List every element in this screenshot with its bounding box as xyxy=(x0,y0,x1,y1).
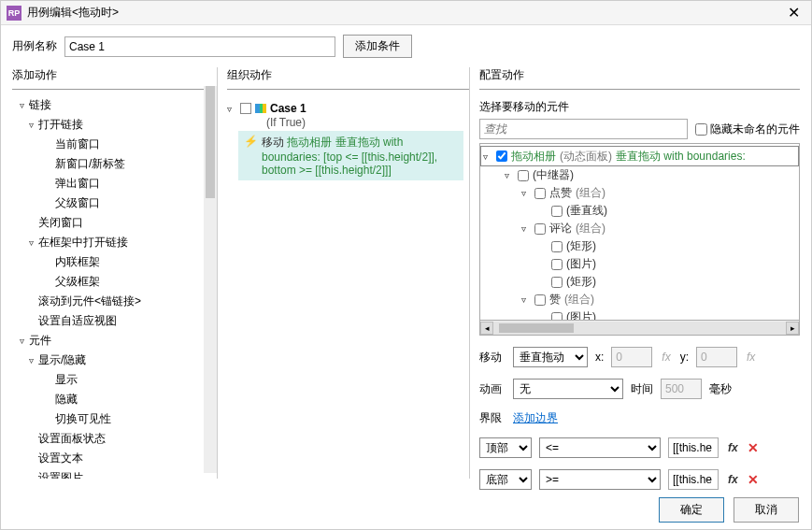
add-condition-button[interactable]: 添加条件 xyxy=(343,35,412,58)
tree-node[interactable]: 设置自适应视图 xyxy=(12,311,211,331)
scroll-right-icon[interactable]: ▸ xyxy=(786,322,799,335)
element-checkbox[interactable] xyxy=(551,206,563,217)
tree-node[interactable]: 父级窗口 xyxy=(12,193,211,213)
element-tree-row[interactable]: ▿赞 (组合) xyxy=(480,291,799,308)
hide-unnamed-checkbox[interactable]: 隐藏未命名的元件 xyxy=(695,122,800,137)
tree-node[interactable]: 父级框架 xyxy=(12,272,211,292)
op-select[interactable]: >= xyxy=(539,469,661,490)
element-tree-row[interactable]: (矩形) xyxy=(480,273,799,291)
element-checkbox[interactable] xyxy=(534,294,546,306)
bound-label: 界限 xyxy=(479,410,506,426)
anim-label: 动画 xyxy=(479,381,506,397)
element-name: 评论 xyxy=(549,221,572,236)
hide-unnamed-input[interactable] xyxy=(695,123,707,136)
cancel-button[interactable]: 取消 xyxy=(734,497,799,523)
fx-icon[interactable]: fx xyxy=(745,351,757,364)
edge-select[interactable]: 底部 xyxy=(479,469,532,490)
element-name: 赞 xyxy=(549,292,561,308)
bound-row: 界限 添加边界 xyxy=(479,410,800,426)
element-extra: 垂直拖动 with boundaries: xyxy=(616,149,746,165)
anim-select[interactable]: 无 xyxy=(513,379,623,399)
action-item[interactable]: ⚡ 移动 拖动相册 垂直拖动 with boundaries: [top <= … xyxy=(238,131,463,180)
case-name-row: 用例名称 添加条件 xyxy=(1,25,811,67)
tree-node[interactable]: 关闭窗口 xyxy=(12,213,211,233)
x-input[interactable] xyxy=(611,347,652,367)
element-checkbox[interactable] xyxy=(551,259,563,270)
case-name-label: 用例名称 xyxy=(12,38,57,54)
tree-arrow-icon: ▿ xyxy=(521,223,531,234)
element-checkbox[interactable] xyxy=(496,150,507,162)
element-tree[interactable]: ▿拖动相册 (动态面板) 垂直拖动 with boundaries:▿(中继器)… xyxy=(479,143,800,321)
boundary-row: 底部>=fx✕ xyxy=(479,469,800,490)
tree-node[interactable]: ▿在框架中打开链接 xyxy=(12,233,211,252)
h-scrollbar[interactable]: ◂ ▸ xyxy=(479,321,800,336)
anim-row: 动画 无 时间 毫秒 xyxy=(479,379,800,399)
close-icon[interactable]: ✕ xyxy=(782,4,805,21)
element-checkbox[interactable] xyxy=(551,277,563,288)
ok-button[interactable]: 确定 xyxy=(659,497,724,523)
scroll-left-icon[interactable]: ◂ xyxy=(480,322,493,335)
tree-node[interactable]: ▿显示/隐藏 xyxy=(12,351,211,370)
element-checkbox[interactable] xyxy=(534,188,546,199)
element-tree-row[interactable]: (矩形) xyxy=(480,237,799,255)
tree-node[interactable]: ▿元件 xyxy=(12,331,211,351)
move-label: 移动 xyxy=(479,350,506,365)
element-checkbox[interactable] xyxy=(518,170,529,181)
time-input[interactable] xyxy=(661,379,702,399)
move-row: 移动 垂直拖动 x: fx y: fx xyxy=(479,347,800,367)
edge-select[interactable]: 顶部 xyxy=(479,437,532,458)
add-boundary-link[interactable]: 添加边界 xyxy=(513,410,558,426)
search-input[interactable] xyxy=(479,119,688,139)
bound-value-input[interactable] xyxy=(668,437,719,458)
tree-node[interactable]: 设置图片 xyxy=(12,468,211,479)
action-text: 移动 拖动相册 垂直拖动 with boundaries: [top <= [[… xyxy=(262,135,458,177)
if-true-label: (If True) xyxy=(223,116,463,129)
fx-icon[interactable]: fx xyxy=(726,441,740,454)
organize-tree[interactable]: ▿ Case 1 (If True) ⚡ 移动 拖动相册 垂直拖动 with b… xyxy=(218,95,469,186)
tree-node[interactable]: 弹出窗口 xyxy=(12,174,211,193)
time-label: 时间 xyxy=(631,381,653,397)
element-name: 点赞 xyxy=(549,185,572,201)
tree-node[interactable]: 滚动到元件<锚链接> xyxy=(12,292,211,311)
element-checkbox[interactable] xyxy=(551,241,563,252)
element-name: (矩形) xyxy=(566,238,596,254)
tree-node[interactable]: 设置面板状态 xyxy=(12,429,211,449)
y-input[interactable] xyxy=(696,347,737,367)
delete-icon[interactable]: ✕ xyxy=(748,472,759,487)
tree-arrow-icon: ▿ xyxy=(483,151,492,162)
action-tree[interactable]: ▿链接▿打开链接当前窗口新窗口/新标签弹出窗口父级窗口关闭窗口▿在框架中打开链接… xyxy=(12,95,217,479)
hide-unnamed-label: 隐藏未命名的元件 xyxy=(710,122,800,137)
tree-node[interactable]: 切换可见性 xyxy=(12,409,211,429)
element-tree-row[interactable]: ▿拖动相册 (动态面板) 垂直拖动 with boundaries: xyxy=(480,146,799,166)
element-tree-row[interactable]: ▿点赞 (组合) xyxy=(480,184,799,202)
element-checkbox[interactable] xyxy=(551,312,563,322)
delete-icon[interactable]: ✕ xyxy=(748,440,759,455)
element-tree-row[interactable]: (图片) xyxy=(480,308,799,321)
element-checkbox[interactable] xyxy=(534,223,546,235)
case-row[interactable]: ▿ Case 1 xyxy=(223,101,463,116)
element-name: (矩形) xyxy=(566,274,596,290)
element-tree-row[interactable]: (垂直线) xyxy=(480,202,799,220)
tree-arrow-icon: ▿ xyxy=(521,294,531,305)
element-name: (中继器) xyxy=(533,167,574,183)
case-name-input[interactable] xyxy=(64,36,335,57)
tree-node[interactable]: 当前窗口 xyxy=(12,135,211,154)
tree-node[interactable]: 新窗口/新标签 xyxy=(12,154,211,174)
tree-node[interactable]: 设置文本 xyxy=(12,449,211,468)
tree-node[interactable]: 显示 xyxy=(12,370,211,390)
fx-icon[interactable]: fx xyxy=(726,473,740,486)
scrollbar[interactable] xyxy=(204,86,217,473)
tree-node[interactable]: 内联框架 xyxy=(12,252,211,272)
move-type-select[interactable]: 垂直拖动 xyxy=(513,347,588,367)
boundary-row: 顶部<=fx✕ xyxy=(479,437,800,458)
element-tree-row[interactable]: ▿(中继器) xyxy=(480,166,799,184)
fx-icon[interactable]: fx xyxy=(660,351,672,364)
tree-node[interactable]: ▿链接 xyxy=(12,95,211,115)
bound-value-input[interactable] xyxy=(668,469,719,490)
element-tree-row[interactable]: ▿评论 (组合) xyxy=(480,220,799,237)
element-tree-row[interactable]: (图片) xyxy=(480,255,799,273)
op-select[interactable]: <= xyxy=(539,437,661,458)
element-name: (图片) xyxy=(566,309,596,321)
tree-node[interactable]: ▿打开链接 xyxy=(12,115,211,135)
tree-node[interactable]: 隐藏 xyxy=(12,390,211,409)
